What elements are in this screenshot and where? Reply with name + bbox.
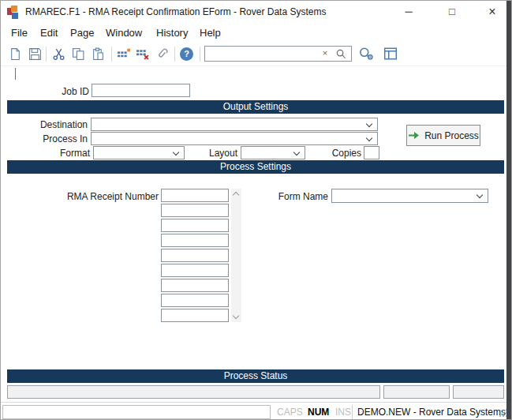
scroll-up-icon[interactable] [233,192,239,198]
process-in-select[interactable] [91,132,378,145]
toolbar-separator [200,47,200,62]
delete-row-icon[interactable] [135,46,151,62]
copies-input[interactable] [364,146,379,159]
app-icon-blue-square [12,13,18,19]
save-icon[interactable] [27,46,43,62]
chevron-down-icon [366,121,372,127]
rma-receipt-number-label: RMA Receipt Number [48,191,159,202]
rma-receipt-input-2[interactable] [161,204,229,217]
num-indicator: NUM [308,407,329,418]
clear-search-icon[interactable]: × [320,48,331,58]
chevron-down-icon [476,192,483,198]
statusbar-separator [352,405,353,419]
search-preview-icon[interactable] [357,46,375,62]
rma-receipt-input-9[interactable] [161,309,229,322]
status-bar: CAPS NUM INS DEMO.NEW - Rover Data Syste… [1,402,512,420]
ins-indicator: INS [335,407,351,418]
format-label: Format [27,148,90,159]
app-icon-orange-square [11,6,17,12]
window-title: RMAREC.F1 - RMA Receipt Confirmation EFo… [25,6,326,17]
close-button[interactable]: × [480,2,504,21]
process-in-label: Process In [17,133,88,144]
help-icon[interactable]: ? [180,47,193,61]
menu-help[interactable]: Help [196,23,224,43]
toolbar-separator [174,47,175,62]
scroll-down-icon[interactable] [233,313,239,319]
insert-row-icon[interactable] [116,46,132,62]
paste-icon[interactable] [90,46,106,62]
copies-label: Copies [312,148,361,159]
rma-receipt-input-1[interactable] [161,189,229,202]
rma-receipt-input-5[interactable] [161,249,229,262]
search-box: × [204,46,352,62]
rma-list-scrollbar[interactable] [231,189,241,322]
menu-page[interactable]: Page [67,23,97,43]
process-status-field-1 [7,385,380,399]
toolbar-separator [111,47,112,62]
rma-receipt-input-6[interactable] [161,264,229,277]
chevron-down-icon [366,135,372,141]
attachment-icon[interactable] [155,46,170,62]
rma-receipt-input-3[interactable] [161,219,229,232]
status-message-panel [2,405,271,419]
rma-receipt-input-4[interactable] [161,234,229,247]
search-icon[interactable] [335,48,348,61]
run-process-button[interactable]: Run Process [406,125,480,146]
form-name-label: Form Name [275,191,328,202]
window-edge-shadow [506,1,512,420]
application-window: RMAREC.F1 - RMA Receipt Confirmation EFo… [0,0,512,420]
menu-file[interactable]: File [8,23,31,43]
title-bar: RMAREC.F1 - RMA Receipt Confirmation EFo… [1,1,512,23]
form-name-select[interactable] [331,189,488,203]
rma-receipt-input-7[interactable] [161,279,229,292]
text-cursor [15,68,16,80]
menu-history[interactable]: History [153,23,191,43]
new-document-icon[interactable] [7,46,23,62]
cut-icon[interactable] [50,46,66,62]
process-status-field-3 [453,385,504,399]
process-settings-header: Process Settings [7,160,504,174]
destination-select[interactable] [91,118,378,131]
minimize-button[interactable]: ─ [397,2,420,21]
format-select[interactable] [93,146,185,159]
app-icon [7,6,21,19]
rma-receipt-input-8[interactable] [161,294,229,307]
search-input[interactable] [207,47,326,60]
maximize-button[interactable]: □ [440,2,464,21]
caps-indicator: CAPS [277,407,303,418]
copy-icon[interactable] [70,46,86,62]
run-process-label: Run Process [424,130,479,141]
chevron-down-icon [173,149,179,156]
menu-bar: File Edit Page Window History Help [1,23,512,43]
destination-label: Destination [17,119,88,130]
output-settings-header: Output Settings [7,100,504,114]
layout-select[interactable] [241,146,305,159]
session-label: DEMO.NEW - Rover Data Systems [357,407,506,418]
job-id-label: Job ID [32,86,89,97]
process-status-field-2 [383,385,450,399]
layout-label: Layout [185,148,237,159]
menu-edit[interactable]: Edit [37,23,61,43]
chevron-down-icon [293,149,300,156]
window-layout-icon[interactable] [383,46,398,62]
run-arrow-icon [408,131,420,140]
toolbar-separator [46,47,47,62]
process-status-header: Process Status [7,369,504,383]
job-id-input[interactable] [92,84,190,97]
menu-window[interactable]: Window [103,23,145,43]
